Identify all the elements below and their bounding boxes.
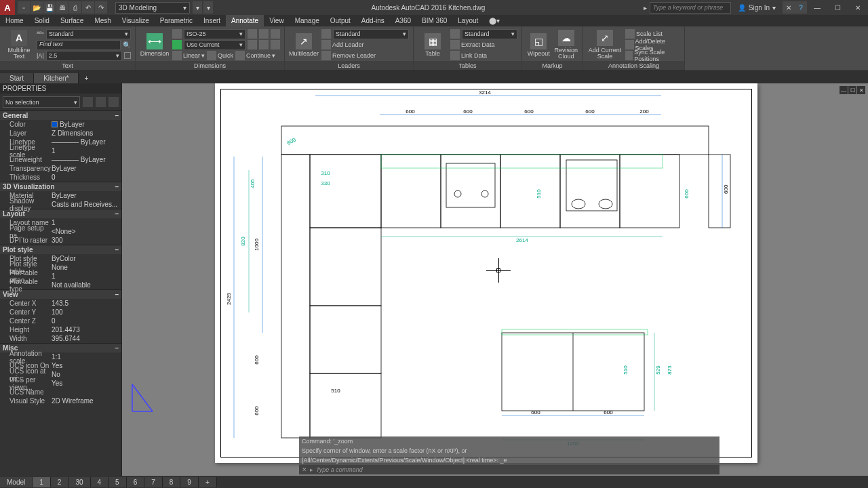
prop-row[interactable]: Thickness0 (0, 173, 121, 182)
layout-tab-4[interactable]: 4 (91, 477, 109, 487)
revcloud-button[interactable]: ☁ Revision Cloud (554, 28, 579, 61)
table-style-dropdown[interactable]: Standard▾ (462, 29, 517, 39)
ws-extra-1[interactable]: ▾ (193, 1, 202, 14)
tab-a360[interactable]: A360 (390, 15, 416, 26)
prop-row[interactable]: Shadow displayCasts and Receives... (0, 200, 121, 209)
dim-4-icon[interactable] (248, 40, 257, 49)
mleader-style-dropdown[interactable]: Standard▾ (333, 29, 409, 39)
panel-leaders-label[interactable]: Leaders (285, 61, 413, 70)
prop-row[interactable]: Visual Style2D Wireframe (0, 396, 121, 405)
prop-row[interactable]: Plot table typeNot available (0, 281, 121, 289)
prop-cat-3d-visualization[interactable]: 3D Visualization– (0, 182, 121, 191)
dim-layer-dropdown[interactable]: Use Current▾ (184, 40, 245, 50)
linear-button[interactable]: Linear▾ (172, 51, 205, 60)
vp-min-icon[interactable]: — (840, 86, 848, 94)
tab-annotate[interactable]: Annotate (226, 15, 264, 26)
prop-row[interactable]: TransparencyByLayer (0, 164, 121, 173)
dim-2-icon[interactable] (259, 29, 269, 39)
file-tab-start[interactable]: Start (0, 73, 34, 83)
multiline-text-button[interactable]: A Multiline Text (4, 28, 34, 61)
prop-row[interactable]: DPI to raster300 (0, 236, 121, 245)
layout-tab-Model[interactable]: Model (0, 477, 33, 487)
panel-tables-label[interactable]: Tables (414, 61, 521, 70)
prop-cat-view[interactable]: View– (0, 289, 121, 299)
cmd-expand-icon[interactable]: ▸ (310, 466, 313, 473)
prop-row[interactable]: Height201.4473 (0, 325, 121, 334)
link-data-button[interactable]: Link Data (450, 51, 487, 60)
add-leader-button[interactable]: Add Leader (321, 40, 364, 49)
continue-button[interactable]: Continue▾ (235, 51, 275, 60)
tab-manage[interactable]: Manage (290, 15, 325, 26)
remove-leader-button[interactable]: Remove Leader (321, 51, 376, 60)
qat-saveas-icon[interactable]: 🖶 (56, 1, 68, 14)
workspace-dropdown[interactable]: 3D Modeling▾ (115, 2, 190, 14)
search-input[interactable]: Type a keyword or phrase (650, 2, 731, 14)
extract-data-button[interactable]: Extract Data (450, 40, 495, 49)
vp-close-icon[interactable]: ✕ (857, 86, 865, 94)
qat-plot-icon[interactable]: ⎙ (69, 1, 81, 14)
command-line[interactable]: Command: '_zoom Specify corner of window… (299, 436, 719, 474)
tab-insert[interactable]: Insert (198, 15, 226, 26)
prop-cat-plot-style[interactable]: Plot style– (0, 245, 121, 254)
layout-tab-6[interactable]: 6 (127, 477, 145, 487)
text-check[interactable] (124, 52, 131, 59)
prop-row[interactable]: Center Y100 (0, 308, 121, 317)
vp-max-icon[interactable]: ☐ (848, 86, 856, 94)
prop-row[interactable]: Center Z0 (0, 317, 121, 325)
prop-row[interactable]: ColorByLayer (0, 120, 121, 129)
drawing-canvas[interactable]: — ☐ ✕ 3214 600 600 60 (122, 83, 868, 476)
props-tool-3[interactable] (108, 97, 119, 107)
tab-home[interactable]: Home (0, 15, 29, 26)
prop-cat-layout[interactable]: Layout– (0, 209, 121, 218)
prop-row[interactable]: Annotation scale1:1 (0, 352, 121, 361)
add-scale-button[interactable]: ⤢ Add Current Scale (587, 28, 623, 61)
dim-style-dropdown[interactable]: ISO-25▾ (184, 29, 245, 39)
help-icon[interactable]: ? (795, 1, 807, 14)
layout-tab-30[interactable]: 30 (68, 477, 90, 487)
tab-add-ins[interactable]: Add-ins (356, 15, 390, 26)
sync-scale-button[interactable]: Sync Scale Positions (625, 49, 680, 62)
dim-6-icon[interactable] (271, 40, 280, 49)
panel-text-label[interactable]: Text (0, 61, 135, 70)
tab-mesh[interactable]: Mesh (89, 15, 116, 26)
prop-cat-general[interactable]: General– (0, 110, 121, 120)
tab-parametric[interactable]: Parametric (155, 15, 198, 26)
table-button[interactable]: ▦ Table (418, 28, 448, 61)
dimension-button[interactable]: ⟷ Dimension (140, 28, 170, 61)
quick-button[interactable]: Quick (207, 51, 233, 60)
tab-surface[interactable]: Surface (55, 15, 89, 26)
layout-tab-5[interactable]: 5 (108, 477, 127, 487)
file-tab-add[interactable]: + (79, 73, 94, 83)
panel-dim-label[interactable]: Dimensions (136, 61, 284, 70)
prop-row[interactable]: Page setup na...<None> (0, 227, 121, 236)
signin-button[interactable]: 👤 Sign In ▾ (731, 4, 783, 12)
prop-row[interactable]: Width395.6744 (0, 334, 121, 343)
exchange-icon[interactable]: ✕ (783, 1, 795, 14)
layout-tab-+[interactable]: + (199, 477, 217, 487)
cmd-close-icon[interactable]: ✕ (302, 466, 307, 473)
layout-tab-1[interactable]: 1 (33, 477, 51, 487)
tab-view[interactable]: View (264, 15, 290, 26)
prop-row[interactable]: Center X143.5 (0, 299, 121, 308)
props-tool-1[interactable] (83, 97, 93, 107)
qat-new-icon[interactable]: ▫ (18, 1, 30, 14)
tab-bim-360[interactable]: BIM 360 (416, 15, 452, 26)
multileader-button[interactable]: ↗ Multileader (289, 28, 319, 61)
text-height-dropdown[interactable]: 2.5▾ (46, 51, 122, 61)
cmd-prompt[interactable]: Type a command (316, 466, 363, 473)
ws-extra-2[interactable]: ▾ (203, 1, 213, 14)
tab-overflow[interactable]: ⬤▾ (484, 15, 505, 26)
qat-save-icon[interactable]: 💾 (43, 1, 56, 14)
maximize-button[interactable]: ☐ (827, 0, 848, 15)
layout-tab-9[interactable]: 9 (180, 477, 199, 487)
tab-solid[interactable]: Solid (29, 15, 55, 26)
qat-open-icon[interactable]: 📂 (31, 1, 43, 14)
qat-undo-icon[interactable]: ↶ (82, 1, 94, 14)
layout-tab-8[interactable]: 8 (163, 477, 181, 487)
prop-row[interactable]: Linetype scale1 (0, 146, 121, 155)
minimize-button[interactable]: — (807, 0, 827, 15)
prop-row[interactable]: UCS per viewp...Yes (0, 379, 121, 388)
wipeout-button[interactable]: ◱ Wipeout (526, 28, 551, 61)
app-icon[interactable]: A (0, 0, 15, 15)
dim-5-icon[interactable] (259, 40, 269, 49)
